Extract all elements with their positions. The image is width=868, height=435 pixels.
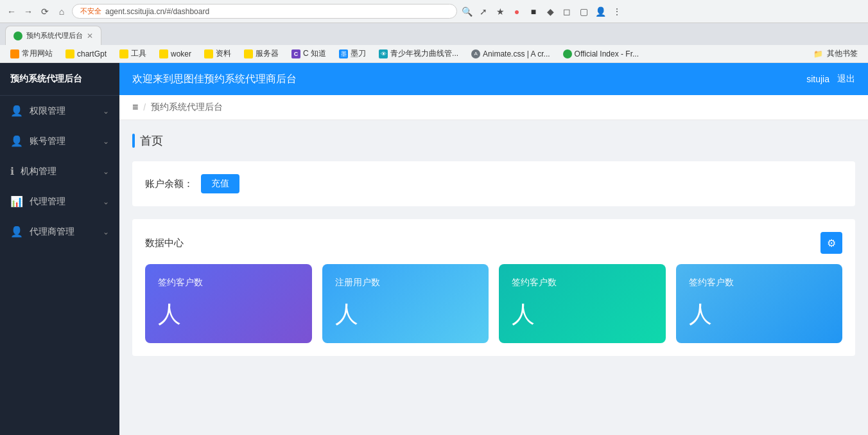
bookmark-label: woker (171, 49, 191, 58)
profile-icon[interactable]: 👤 (595, 6, 606, 17)
bookmarks-bar: 常用网站 chartGpt 工具 woker 资料 服务器 C C 知道 墨 墨… (0, 45, 868, 63)
breadcrumb-separator: / (143, 102, 146, 112)
security-warning: 不安全 (80, 6, 101, 16)
sidebar: 预约系统代理后台 👤 权限管理 ⌄ 👤 账号管理 ⌄ ℹ 机构管理 (0, 63, 119, 435)
browser-right-icons: 🔍 ➚ ★ ● ■ ◆ ◻ ▢ 👤 ⋮ (461, 6, 623, 17)
bookmark-label: 工具 (131, 48, 146, 59)
card-value: 人 (335, 299, 476, 330)
bookmark-star-icon[interactable]: ★ (494, 6, 506, 17)
page-title-bar: 首页 (132, 133, 855, 148)
bookmark-modao[interactable]: 墨 墨刀 (334, 47, 371, 60)
bookmark-label: Official Index - Fr... (575, 49, 639, 58)
breadcrumb-current: 预约系统代理后台 (151, 102, 223, 113)
bookmark-czhidao[interactable]: C C 知道 (286, 47, 331, 60)
bookmark-changyon[interactable]: 常用网站 (5, 47, 58, 60)
sidebar-item-left: ℹ 机构管理 (10, 165, 56, 177)
bookmark-woker[interactable]: woker (154, 48, 196, 60)
card-title: 注册用户数 (335, 277, 476, 289)
browser-window: ← → ⟳ ⌂ 不安全 agent.scsitujia.cn/#/dashboa… (0, 0, 868, 435)
header-title: 欢迎来到思图佳预约系统代理商后台 (132, 73, 297, 86)
bookmark-favicon (159, 49, 168, 58)
bookmark-favicon (65, 49, 74, 58)
main-content: 欢迎来到思图佳预约系统代理商后台 situjia 退出 ≡ / 预约系统代理后台… (119, 63, 868, 435)
sidebar-item-daili[interactable]: 📊 代理管理 ⌄ (0, 186, 119, 217)
folder-icon: 📁 (813, 49, 823, 58)
bookmark-favicon (204, 49, 213, 58)
extension-icon1[interactable]: ● (511, 6, 523, 17)
bookmark-server[interactable]: 服务器 (239, 47, 284, 60)
extension-icon4[interactable]: ◻ (561, 6, 573, 17)
extension-icon3[interactable]: ◆ (544, 6, 556, 17)
zhanghao-icon: 👤 (10, 135, 23, 147)
cards-grid: 签约客户数 人 注册用户数 人 签约客户数 人 签约客户数 (145, 264, 842, 343)
bookmark-vision[interactable]: 👁 青少年视力曲线管... (374, 47, 464, 60)
bookmark-animate[interactable]: A Animate.css | A cr... (466, 48, 555, 60)
tab-label: 预约系统代理后台 (26, 31, 83, 40)
sidebar-item-label: 代理商管理 (30, 226, 74, 238)
forward-button[interactable]: → (22, 5, 35, 18)
more-options-icon[interactable]: ⋮ (611, 6, 623, 17)
bookmark-label: C 知道 (303, 48, 326, 59)
sidebar-item-jigou[interactable]: ℹ 机构管理 ⌄ (0, 156, 119, 186)
breadcrumb: ≡ / 预约系统代理后台 (119, 95, 868, 120)
sidebar-item-dailishang[interactable]: 👤 代理商管理 ⌄ (0, 217, 119, 247)
share-icon[interactable]: ➚ (478, 6, 489, 17)
home-button[interactable]: ⌂ (55, 5, 68, 18)
account-section: 账户余额： 充值 (132, 161, 855, 206)
browser-toolbar: ← → ⟳ ⌂ 不安全 agent.scsitujia.cn/#/dashboa… (0, 0, 868, 23)
card-value: 人 (689, 299, 830, 330)
card-title: 签约客户数 (512, 277, 653, 289)
extension-icon2[interactable]: ■ (528, 6, 539, 17)
address-bar[interactable]: 不安全 agent.scsitujia.cn/#/dashboard (72, 4, 457, 19)
card-title: 签约客户数 (689, 277, 830, 289)
content-area: 首页 账户余额： 充值 数据中心 ⚙ (119, 120, 868, 369)
sidebar-item-quanxian[interactable]: 👤 权限管理 ⌄ (0, 96, 119, 126)
bookmark-favicon (119, 49, 128, 58)
sidebar-item-left: 📊 代理管理 (10, 195, 65, 208)
title-accent (132, 134, 135, 148)
app-container: 预约系统代理后台 👤 权限管理 ⌄ 👤 账号管理 ⌄ ℹ 机构管理 (0, 63, 868, 435)
reload-button[interactable]: ⟳ (39, 5, 51, 18)
recharge-button[interactable]: 充值 (201, 174, 239, 193)
bookmark-favicon: 墨 (339, 49, 348, 58)
sidebar-item-zhanghao[interactable]: 👤 账号管理 ⌄ (0, 126, 119, 156)
sidebar-item-label: 机构管理 (21, 166, 56, 177)
active-tab[interactable]: 预约系统代理后台 ✕ (5, 26, 101, 45)
stat-card-signed-2: 签约客户数 人 (499, 264, 666, 343)
back-button[interactable]: ← (5, 5, 18, 18)
dailishang-icon: 👤 (10, 226, 23, 238)
search-icon[interactable]: 🔍 (461, 6, 473, 17)
gear-icon: ⚙ (827, 237, 836, 249)
card-value: 人 (158, 299, 299, 330)
bookmark-other[interactable]: 📁 其他书签 (808, 47, 863, 60)
bookmark-label: Animate.css | A cr... (483, 49, 550, 58)
menu-icon[interactable]: ≡ (132, 102, 138, 113)
bookmark-chartgpt[interactable]: chartGpt (60, 48, 112, 60)
sidebar-item-left: 👤 权限管理 (10, 105, 65, 117)
app-header: 欢迎来到思图佳预约系统代理商后台 situjia 退出 (119, 63, 868, 95)
sidebar-title: 预约系统代理后台 (0, 63, 119, 96)
bookmark-tools[interactable]: 工具 (114, 47, 152, 60)
bookmark-favicon: A (471, 49, 480, 58)
bookmark-favicon (244, 49, 253, 58)
bookmark-official[interactable]: Official Index - Fr... (558, 48, 644, 60)
settings-button[interactable]: ⚙ (820, 232, 842, 254)
page-title: 首页 (140, 133, 163, 148)
jigou-icon: ℹ (10, 165, 14, 177)
header-username: situjia (806, 74, 829, 84)
bookmark-label: 其他书签 (827, 48, 858, 59)
sidebar-item-label: 权限管理 (30, 105, 65, 117)
logout-button[interactable]: 退出 (837, 73, 855, 85)
sidebar-item-left: 👤 代理商管理 (10, 226, 74, 238)
data-section-title: 数据中心 (145, 237, 184, 249)
bookmark-ziliao[interactable]: 资料 (199, 47, 236, 60)
url-text: agent.scsitujia.cn/#/dashboard (105, 7, 209, 16)
account-label: 账户余额： (145, 178, 193, 190)
stat-card-signed-3: 签约客户数 人 (676, 264, 843, 343)
bookmark-label: 资料 (216, 48, 231, 59)
daili-icon: 📊 (10, 195, 23, 208)
quanxian-icon: 👤 (10, 105, 23, 117)
stat-card-registered: 注册用户数 人 (322, 264, 489, 343)
extension-icon5[interactable]: ▢ (578, 6, 589, 17)
tab-close-icon[interactable]: ✕ (87, 31, 93, 40)
